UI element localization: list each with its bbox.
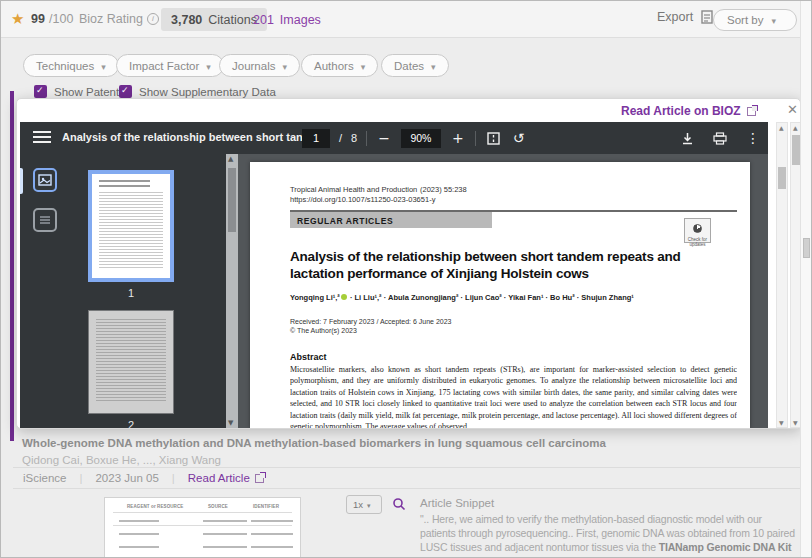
pdf-frame-scrollbar-thumb[interactable] <box>778 167 786 189</box>
browser-scrollbar[interactable] <box>800 1 811 558</box>
pdf-page-controls: / 8 − 90% + ↺ <box>302 122 526 154</box>
filter-journals[interactable]: Journals <box>219 54 300 77</box>
check-updates-label: Check for updates <box>685 238 710 247</box>
paper-section-label: REGULAR ARTICLES <box>290 212 492 228</box>
page-2-thumbnail-image <box>88 310 174 414</box>
filter-impact-factor[interactable]: Impact Factor <box>116 54 224 77</box>
paper-received: Received: 7 February 2023 / Accepted: 6 … <box>290 318 452 325</box>
download-icon[interactable] <box>679 132 696 145</box>
paper-author-first: Yongqing Li¹,² <box>290 293 340 302</box>
rating-label: Bioz Rating <box>79 12 143 26</box>
sidebar-scrollbar-thumb[interactable] <box>228 168 236 232</box>
pdf-toolbar: Analysis of the relationship between sho… <box>20 122 768 154</box>
result-authors: Qidong Cai, Boxue He, ..., Xiang Wang <box>22 454 742 466</box>
filter-authors[interactable]: Authors <box>301 54 378 77</box>
meta-separator: | <box>172 472 175 484</box>
external-link-icon <box>747 107 756 116</box>
snippet-product-bold: TIANamp Genomic DNA Kit <box>659 541 792 553</box>
pdf-frame-scrollbar[interactable] <box>776 122 788 428</box>
result-title: Whole-genome DNA methylation and DNA met… <box>22 437 742 449</box>
menu-icon[interactable] <box>33 130 51 145</box>
read-on-bioz-label: Read Article on BIOZ <box>621 104 741 118</box>
result-date: 2023 Jun 05 <box>95 472 158 484</box>
toolbar-divider <box>366 131 367 146</box>
key-resources-table-thumbnail[interactable]: REAGENT or RESOURCE SOURCE IDENTIFIER <box>104 497 301 558</box>
paper-journal: Tropical Animal Health and Production <box>290 185 417 194</box>
result-card-accent-bar <box>10 91 14 441</box>
show-supplementary-checkbox[interactable] <box>119 85 132 98</box>
article-snippet-text: ".. Here, we aimed to verify the methyla… <box>420 512 798 558</box>
paper-authors-rest: · Li Liu¹,² · Abula Zunongjiang² · Lijun… <box>348 293 634 302</box>
pdf-toolbar-right: ⋮ <box>679 122 762 154</box>
filter-dates[interactable]: Dates <box>381 54 449 77</box>
read-article-on-bioz-link[interactable]: Read Article on BIOZ <box>621 104 756 118</box>
table-col-header: IDENTIFIER <box>253 504 279 509</box>
table-rule <box>113 512 292 513</box>
export-label: Export <box>657 10 693 24</box>
export-button[interactable]: Export <box>657 10 714 24</box>
result-meta-row: iScience | 2023 Jun 05 | Read Article <box>13 467 801 489</box>
thumbnails-view-icon[interactable] <box>33 168 57 192</box>
document-outline-icon[interactable] <box>33 208 57 232</box>
fit-to-page-icon[interactable] <box>485 132 502 145</box>
paper-citation: (2023) 55:238 <box>420 185 467 194</box>
top-stats-bar: ★ 99 /100 Bioz Rating 3,780 Citations 20… <box>1 1 812 38</box>
external-link-icon <box>255 474 264 483</box>
page-1-thumbnail-image <box>88 170 174 282</box>
rating-star-icon: ★ <box>11 10 24 28</box>
rating-score: 99 <box>31 12 45 26</box>
modal-scrollbar-thumb[interactable] <box>792 135 800 165</box>
rating-total: /100 <box>49 12 73 26</box>
table-col-header: REAGENT or RESOURCE <box>127 504 183 509</box>
csv-file-icon <box>700 10 714 24</box>
pdf-body: 1 2 Tropical Animal Health and Productio <box>20 154 768 428</box>
rating-info-icon[interactable] <box>147 13 159 25</box>
result-journal: iScience <box>23 472 66 484</box>
active-tab-indicator <box>20 168 23 194</box>
table-col-header: SOURCE <box>208 504 228 509</box>
rotate-icon[interactable]: ↺ <box>511 131 527 145</box>
more-options-icon[interactable]: ⋮ <box>744 131 762 145</box>
table-rows <box>119 520 159 558</box>
paper-copyright: © The Author(s) 2023 <box>290 327 357 334</box>
filter-bar: Techniques Impact Factor Journals Author… <box>1 38 812 80</box>
thumbnail-content <box>99 192 163 270</box>
page-number-input[interactable] <box>302 129 330 148</box>
paper-doi: https://doi.org/10.1007/s11250-023-03651… <box>290 195 435 204</box>
page-separator: / <box>339 132 342 144</box>
modal-close-button[interactable]: ✕ <box>787 102 798 117</box>
pdf-page-1: Tropical Animal Health and Production (2… <box>250 162 750 428</box>
abstract-heading: Abstract <box>290 352 327 362</box>
read-article-link[interactable]: Read Article <box>188 472 264 484</box>
thumbnail-content <box>99 180 150 188</box>
sidebar-scrollbar[interactable] <box>226 154 238 428</box>
page-total: 8 <box>351 132 357 144</box>
table-rows <box>203 520 247 558</box>
pdf-document-title: Analysis of the relationship between sho… <box>62 131 325 143</box>
snippet-search-icon[interactable] <box>392 497 406 511</box>
check-for-updates-badge: Check for updates <box>684 218 711 243</box>
images-count: 201 <box>253 13 274 27</box>
show-patents-checkbox[interactable] <box>34 85 47 98</box>
pdf-viewer: Analysis of the relationship between sho… <box>20 122 768 428</box>
page-2-thumbnail[interactable]: 2 <box>88 310 174 428</box>
bioz-results-page: ★ 99 /100 Bioz Rating 3,780 Citations 20… <box>0 0 812 558</box>
snippet-scale-dropdown[interactable]: 1x <box>346 495 382 514</box>
zoom-out-button[interactable]: − <box>376 131 392 145</box>
browser-scrollbar-thumb[interactable] <box>803 238 810 258</box>
read-article-label: Read Article <box>188 472 250 484</box>
check-updates-icon <box>693 224 702 233</box>
table-rows <box>251 520 293 558</box>
sort-by-dropdown[interactable]: Sort by <box>713 9 797 31</box>
show-patents-label: Show Patents <box>54 86 125 98</box>
abstract-text: Microsatellite markers, also known as sh… <box>290 364 737 428</box>
print-icon[interactable] <box>711 132 729 145</box>
zoom-level: 90% <box>401 129 441 148</box>
images-tab[interactable]: 201 Images <box>249 8 325 31</box>
filter-techniques[interactable]: Techniques <box>23 54 119 77</box>
paper-authors: Yongqing Li¹,² · Li Liu¹,² · Abula Zunon… <box>290 293 730 302</box>
thumbnail-content <box>96 319 166 401</box>
paper-title: Analysis of the relationship between sho… <box>290 248 720 282</box>
page-1-thumbnail[interactable]: 1 <box>88 170 174 299</box>
zoom-in-button[interactable]: + <box>450 131 466 145</box>
